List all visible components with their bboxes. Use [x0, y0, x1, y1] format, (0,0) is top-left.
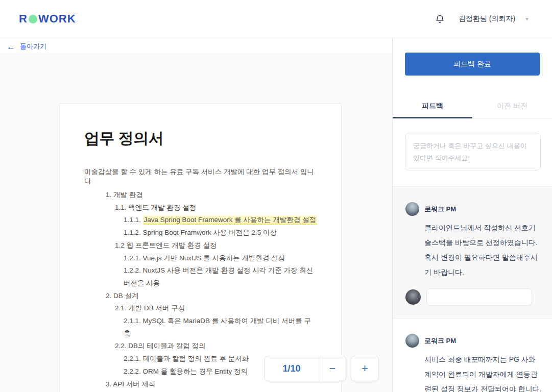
document-title: 업무 정의서: [84, 128, 318, 149]
comment-text: 클라이언트님께서 작성하신 선호기술스택을 바탕으로 선정하였습니다. 혹시 변…: [424, 220, 542, 280]
back-bar: ← 돌아가기: [0, 38, 392, 55]
user-name: 김정환님 (의뢰자): [459, 14, 515, 23]
logo-text-work: WORK: [38, 12, 76, 26]
page-indicator: 1/10: [265, 356, 319, 381]
rowork-logo[interactable]: R WORK: [19, 12, 76, 26]
outline-item: 1.2.1. Vue.js 기반 NuxtJS 를 사용하는 개발환경 설정: [84, 252, 318, 265]
outline-item: 2.2. DB의 테이블과 칼럼 정의: [84, 340, 318, 353]
comment-author: 로워크 PM: [424, 205, 456, 214]
zoom-out-button[interactable]: −: [319, 356, 346, 381]
avatar: [405, 334, 419, 348]
outline-item: 1.1.1. Java Spring Boot Framework 를 사용하는…: [84, 214, 318, 227]
comment-thread: 로워크 PM 클라이언트님께서 작성하신 선호기술스택을 바탕으로 선정하였습니…: [393, 186, 552, 318]
highlighted-text: Java Spring Boot Framework 를 사용하는 개발환경 설…: [143, 215, 318, 225]
outline-item: 1.1. 백엔드 개발 환경 설정: [84, 202, 318, 214]
chevron-down-icon: ▼: [524, 16, 530, 22]
document-viewer: 업무 정의서 미술감상을 할 수 있게 하는 유료 구독 서비스 개발에 대한 …: [0, 55, 392, 392]
complete-button-wrap: 피드백 완료: [393, 38, 552, 76]
pager-group: +: [351, 356, 379, 381]
outline-item: 1.1.2. Spring Boot Framwork 사용 버전은 2.5 이…: [84, 227, 318, 239]
comment-header: 로워크 PM: [405, 202, 539, 216]
outline-item: 1.2 웹 프론트엔드 개발 환경 설정: [84, 239, 318, 252]
outline-item: 2. DB 설계: [84, 290, 318, 303]
page-controls: 1/10 − +: [264, 356, 379, 381]
tabs: 피드백 이전 버전: [393, 96, 552, 119]
outline-item: 2.1.1. MySQL 혹은 MariaDB 를 사용하여 개발 디비 서버를…: [84, 315, 318, 340]
user-menu[interactable]: 김정환님 (의뢰자) ▼: [459, 14, 530, 23]
logo-dot-icon: [29, 15, 37, 23]
content: ← 돌아가기 업무 정의서 미술감상을 할 수 있게 하는 유료 구독 서비스 …: [0, 38, 552, 392]
logo-text-r: R: [19, 12, 28, 26]
notification-bell-icon[interactable]: [435, 13, 445, 24]
back-link-label: 돌아가기: [20, 42, 46, 51]
document-card: 업무 정의서 미술감상을 할 수 있게 하는 유료 구독 서비스 개발에 대한 …: [59, 103, 342, 392]
app-header: R WORK 김정환님 (의뢰자) ▼: [0, 0, 552, 38]
reply-input[interactable]: [426, 288, 532, 306]
back-link[interactable]: ← 돌아가기: [7, 42, 46, 51]
document-description: 미술감상을 할 수 있게 하는 유료 구독 서비스 개발에 대한 업무 정의서 …: [84, 167, 318, 186]
tab-previous-version[interactable]: 이전 버전: [472, 96, 552, 118]
header-right: 김정환님 (의뢰자) ▼: [435, 13, 530, 24]
avatar: [405, 202, 419, 216]
outline-item: 1. 개발 환경: [84, 189, 318, 202]
left-column: ← 돌아가기 업무 정의서 미술감상을 할 수 있게 하는 유료 구독 서비스 …: [0, 38, 392, 392]
avatar: [405, 289, 421, 305]
pager-group: 1/10 −: [264, 356, 346, 381]
back-arrow-icon: ←: [7, 42, 15, 51]
comment-thread: 로워크 PM 서비스 최종 배포때까지는 PG 사와 계약이 완료되어 개발자에…: [393, 318, 552, 392]
new-comment-section: [393, 119, 552, 186]
tab-feedback[interactable]: 피드백: [393, 96, 472, 118]
comment-header: 로워크 PM: [405, 334, 539, 348]
reply-row: [405, 288, 532, 306]
comment-author: 로워크 PM: [424, 336, 456, 346]
feedback-complete-button[interactable]: 피드백 완료: [405, 53, 540, 76]
feedback-panel: 피드백 완료 피드백 이전 버전 로워크 PM 클라이언트님께서 작성하신 선호…: [392, 38, 552, 392]
comment-text: 서비스 최종 배포때까지는 PG 사와 계약이 완료되어 개발자에게 연동관련된…: [424, 352, 542, 392]
feedback-input[interactable]: [405, 133, 541, 170]
zoom-in-button[interactable]: +: [351, 356, 378, 381]
outline-item: 1.2.2. NuxtJS 사용 버전은 개발 환경 설정 시각 기준 가장 최…: [84, 264, 318, 289]
outline-item: 2.1. 개발 DB 서버 구성: [84, 302, 318, 315]
page: R WORK 김정환님 (의뢰자) ▼ ← 돌아가기: [0, 0, 552, 392]
